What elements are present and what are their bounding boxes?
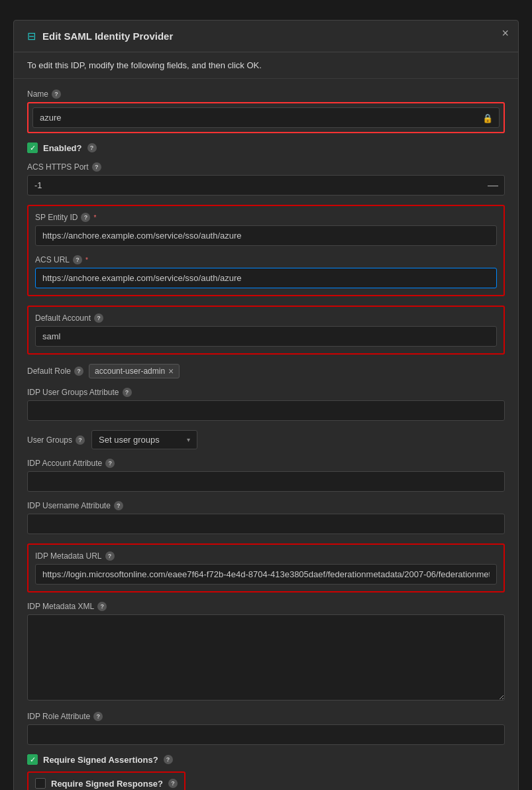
acs-url-label: ACS URL ? *: [35, 255, 497, 264]
sp-entity-id-input[interactable]: [35, 225, 497, 246]
idp-user-groups-help-icon[interactable]: ?: [123, 388, 132, 397]
idp-metadata-url-group: IDP Metadata URL ?: [27, 543, 505, 592]
modal-description: To edit this IDP, modify the following f…: [14, 52, 518, 79]
idp-metadata-url-help-icon[interactable]: ?: [105, 551, 115, 561]
idp-user-groups-attr-label: IDP User Groups Attribute ?: [27, 388, 505, 397]
require-signed-response-help-icon[interactable]: ?: [168, 779, 178, 788]
idp-metadata-url-input[interactable]: [35, 564, 497, 585]
idp-role-attr-label: IDP Role Attribute ?: [27, 712, 505, 721]
idp-metadata-xml-group: IDP Metadata XML ?: [27, 602, 505, 703]
require-signed-response-box: Require Signed Response? ?: [27, 771, 186, 790]
enabled-label: Enabled?: [43, 143, 82, 153]
require-signed-response-label: Require Signed Response?: [51, 779, 163, 789]
acs-url-group: ACS URL ? *: [35, 255, 497, 288]
default-account-input[interactable]: [35, 326, 497, 347]
idp-role-attr-group: IDP Role Attribute ?: [27, 712, 505, 745]
user-groups-row: User Groups ? Set user groups ▾: [27, 430, 505, 449]
acs-port-label: ACS HTTPS Port ?: [27, 162, 505, 172]
idp-username-attr-group: IDP Username Attribute ?: [27, 501, 505, 534]
require-signed-assertions-label: Require Signed Assertions?: [43, 755, 158, 765]
acs-port-group: ACS HTTPS Port ? —: [27, 162, 505, 196]
acs-port-help-icon[interactable]: ?: [92, 162, 101, 172]
default-account-label: Default Account ?: [35, 313, 497, 323]
acs-port-minus-button[interactable]: —: [488, 180, 498, 192]
default-role-row: Default Role ? account-user-admin ×: [27, 364, 505, 378]
require-signed-response-checkbox[interactable]: [35, 778, 46, 789]
name-field-box: 🔒: [27, 102, 505, 133]
tag-remove-button[interactable]: ×: [168, 367, 174, 376]
close-button[interactable]: ×: [502, 27, 509, 39]
name-field-group: Name ? 🔒: [27, 89, 505, 133]
require-signed-assertions-row: Require Signed Assertions? ?: [27, 754, 505, 765]
acs-url-help-icon[interactable]: ?: [73, 255, 82, 264]
sp-entity-acs-group: SP Entity ID ? * ACS URL ? *: [27, 205, 505, 296]
sp-entity-required: *: [93, 214, 96, 221]
default-account-group: Default Account ?: [27, 306, 505, 355]
saml-icon: ⊟: [27, 30, 36, 42]
user-groups-help-icon[interactable]: ?: [76, 435, 85, 445]
idp-account-attr-input[interactable]: [27, 471, 505, 492]
idp-user-groups-attr-input[interactable]: [27, 400, 505, 421]
enabled-checkbox[interactable]: [27, 142, 38, 153]
idp-account-attr-label: IDP Account Attribute ?: [27, 459, 505, 468]
default-role-help-icon[interactable]: ?: [74, 367, 83, 376]
default-account-help-icon[interactable]: ?: [94, 313, 103, 323]
idp-role-attr-help-icon[interactable]: ?: [93, 712, 103, 721]
idp-username-attr-label: IDP Username Attribute ?: [27, 501, 505, 510]
modal-header: ⊟ Edit SAML Identity Provider: [14, 21, 518, 52]
idp-metadata-xml-label: IDP Metadata XML ?: [27, 602, 505, 611]
acs-url-input[interactable]: [35, 268, 497, 288]
sp-entity-id-label: SP Entity ID ? *: [35, 213, 497, 222]
idp-username-attr-input[interactable]: [27, 514, 505, 534]
name-input[interactable]: [32, 107, 500, 128]
lock-icon: 🔒: [482, 113, 493, 123]
enabled-row: Enabled? ?: [27, 142, 505, 153]
edit-saml-modal: × ⊟ Edit SAML Identity Provider To edit …: [13, 20, 519, 790]
name-label: Name ?: [27, 89, 505, 99]
user-groups-label: User Groups ?: [27, 435, 85, 445]
name-input-wrapper: 🔒: [32, 107, 500, 128]
require-signed-assertions-checkbox[interactable]: [27, 754, 38, 765]
require-signed-assertions-help-icon[interactable]: ?: [164, 755, 173, 764]
modal-title: Edit SAML Identity Provider: [42, 30, 173, 42]
acs-port-input[interactable]: [27, 175, 505, 196]
idp-metadata-xml-help-icon[interactable]: ?: [97, 602, 107, 611]
idp-username-attr-help-icon[interactable]: ?: [114, 501, 123, 510]
acs-url-required: *: [85, 256, 88, 264]
sp-entity-id-group: SP Entity ID ? *: [35, 213, 497, 246]
user-groups-select[interactable]: Set user groups ▾: [91, 430, 197, 449]
chevron-down-icon: ▾: [187, 436, 190, 443]
default-role-label: Default Role ?: [27, 367, 83, 376]
name-help-icon[interactable]: ?: [52, 89, 61, 99]
idp-account-attr-group: IDP Account Attribute ?: [27, 459, 505, 492]
idp-account-attr-help-icon[interactable]: ?: [105, 459, 115, 468]
idp-role-attr-input[interactable]: [27, 724, 505, 745]
modal-body: Name ? 🔒 Enabled? ? ACS HTTPS Port ?: [14, 79, 518, 790]
enabled-help-icon[interactable]: ?: [87, 143, 97, 152]
sp-entity-help-icon[interactable]: ?: [81, 213, 90, 222]
idp-metadata-url-label: IDP Metadata URL ?: [35, 551, 497, 561]
idp-user-groups-attr-group: IDP User Groups Attribute ?: [27, 388, 505, 421]
idp-metadata-xml-textarea[interactable]: [27, 614, 505, 701]
default-role-tag: account-user-admin ×: [89, 364, 180, 378]
acs-port-wrapper: —: [27, 175, 505, 196]
